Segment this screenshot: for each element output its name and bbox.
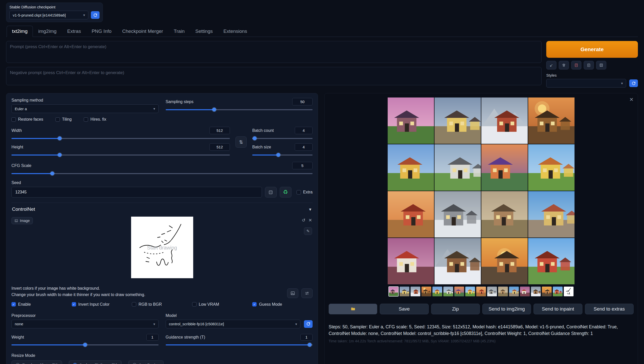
gallery-image-3[interactable] bbox=[481, 97, 528, 144]
gallery-thumbnail-15[interactable] bbox=[542, 286, 552, 297]
send-to-extras-button[interactable]: Send to extras bbox=[585, 304, 634, 314]
cn-enable-checkbox[interactable]: ✓Enable bbox=[11, 302, 72, 307]
controlnet-accordion-header[interactable]: ControlNet ▼ bbox=[11, 203, 313, 215]
gallery-image-11[interactable] bbox=[481, 191, 528, 237]
sampling-steps-slider[interactable] bbox=[166, 107, 313, 112]
batch-size-slider[interactable] bbox=[252, 153, 313, 157]
negative-prompt-input[interactable] bbox=[6, 67, 542, 85]
prompt-input[interactable] bbox=[6, 41, 542, 63]
tab-img2img[interactable]: img2img bbox=[33, 26, 62, 37]
tab-extensions[interactable]: Extensions bbox=[218, 26, 253, 37]
sampling-method-dropdown[interactable]: Euler a ▾ bbox=[11, 104, 159, 113]
gallery-thumbnail-4[interactable] bbox=[421, 286, 431, 297]
swap-dimensions-button[interactable]: ⇅ bbox=[235, 136, 247, 148]
refresh-styles-button[interactable] bbox=[629, 79, 638, 87]
gallery-image-5[interactable] bbox=[388, 144, 434, 191]
guidance-strength-slider[interactable] bbox=[166, 343, 313, 347]
gallery-thumbnail-12[interactable] bbox=[509, 286, 519, 297]
gallery-thumbnail-13[interactable] bbox=[520, 286, 530, 297]
gallery-thumbnail-3[interactable] bbox=[410, 286, 421, 297]
tab-extras[interactable]: Extras bbox=[62, 26, 86, 37]
refresh-checkpoint-button[interactable] bbox=[91, 11, 100, 19]
weight-slider[interactable] bbox=[11, 343, 159, 347]
refresh-models-button[interactable] bbox=[304, 320, 313, 328]
batch-count-input[interactable]: 4 bbox=[295, 127, 313, 134]
tab-png-info[interactable]: PNG Info bbox=[86, 26, 117, 37]
gallery-image-4[interactable] bbox=[528, 97, 575, 144]
zip-button[interactable]: Zip bbox=[431, 304, 480, 314]
gallery-image-9[interactable] bbox=[388, 191, 434, 237]
apply-style-button[interactable] bbox=[584, 61, 594, 69]
gallery-thumbnail-8[interactable] bbox=[465, 286, 475, 297]
adjust-settings-button[interactable] bbox=[301, 288, 313, 298]
restore-faces-checkbox[interactable]: Restore faces bbox=[11, 117, 43, 122]
checkpoint-dropdown[interactable]: v1-5-pruned.ckpt [e1441589a6] ▾ bbox=[9, 11, 88, 19]
height-slider[interactable] bbox=[11, 153, 230, 157]
save-button[interactable]: Save bbox=[380, 304, 428, 314]
preprocessor-dropdown[interactable]: none ▾ bbox=[11, 320, 159, 328]
cfg-scale-slider[interactable] bbox=[11, 171, 313, 176]
gallery-thumbnail-5[interactable] bbox=[432, 286, 442, 297]
undo-drawing-button[interactable]: ↺ bbox=[302, 218, 305, 223]
gallery-thumbnail-17[interactable] bbox=[564, 286, 574, 297]
batch-count-slider[interactable] bbox=[252, 136, 313, 141]
tiling-checkbox[interactable]: Tiling bbox=[55, 117, 72, 122]
styles-dropdown[interactable]: ▾ bbox=[546, 79, 626, 88]
open-folder-button[interactable] bbox=[329, 304, 377, 314]
scribble-canvas[interactable]: Start drawing bbox=[131, 217, 193, 278]
hires-fix-checkbox[interactable]: Hires. fix bbox=[84, 117, 106, 122]
tab-txt2img[interactable]: txt2img bbox=[7, 26, 33, 37]
close-gallery-button[interactable]: ✕ bbox=[629, 96, 634, 103]
gallery-thumbnail-10[interactable] bbox=[487, 286, 497, 297]
gallery-thumbnail-2[interactable] bbox=[399, 286, 410, 297]
gallery-thumbnail-14[interactable] bbox=[531, 286, 541, 297]
weight-input[interactable]: 1 bbox=[146, 334, 159, 341]
paste-params-button[interactable]: ↙ bbox=[546, 61, 556, 69]
gallery-image-7[interactable] bbox=[481, 144, 528, 191]
resize-option-just-resize[interactable]: Just Resize bbox=[128, 360, 164, 364]
cn-guess-mode-checkbox[interactable]: ✓Guess Mode bbox=[252, 302, 313, 307]
brush-tool-button[interactable]: ✎ bbox=[304, 227, 312, 235]
gallery-thumbnail-9[interactable] bbox=[476, 286, 486, 297]
gallery-image-6[interactable] bbox=[435, 144, 481, 191]
extra-seed-checkbox[interactable]: Extra bbox=[297, 190, 313, 194]
open-image-button[interactable] bbox=[287, 288, 298, 298]
gallery-thumbnail-11[interactable] bbox=[498, 286, 508, 297]
gallery-thumbnail-7[interactable] bbox=[454, 286, 464, 297]
gallery-image-13[interactable] bbox=[388, 238, 434, 284]
save-style-button[interactable] bbox=[596, 61, 606, 69]
send-to-inpaint-button[interactable]: Send to inpaint bbox=[534, 304, 582, 314]
clear-image-button[interactable]: ✕ bbox=[309, 218, 312, 223]
random-seed-button[interactable] bbox=[265, 187, 277, 198]
gallery-thumbnail-1[interactable] bbox=[388, 286, 399, 297]
tab-train[interactable]: Train bbox=[169, 26, 190, 37]
cn-low-vram-checkbox[interactable]: Low VRAM bbox=[192, 302, 253, 307]
controlnet-image-tab[interactable]: Image bbox=[11, 217, 33, 224]
sampling-steps-input[interactable]: 50 bbox=[292, 98, 313, 105]
gallery-image-2[interactable] bbox=[435, 97, 481, 144]
gallery-image-16[interactable] bbox=[528, 238, 575, 284]
gallery-thumbnail-6[interactable] bbox=[443, 286, 453, 297]
width-input[interactable]: 512 bbox=[209, 127, 230, 134]
clear-prompt-button[interactable] bbox=[559, 61, 569, 69]
tab-settings[interactable]: Settings bbox=[190, 26, 218, 37]
tab-checkpoint-merger[interactable]: Checkpoint Merger bbox=[117, 26, 169, 37]
cfg-scale-input[interactable]: 5 bbox=[292, 162, 313, 169]
resize-option-scale-to-fit-inner-fit[interactable]: Scale to Fit (Inner Fit) bbox=[69, 360, 122, 364]
gallery-image-15[interactable] bbox=[481, 238, 528, 284]
style-card-button[interactable] bbox=[571, 61, 581, 69]
gallery-image-12[interactable] bbox=[528, 191, 575, 237]
gallery-image-1[interactable] bbox=[388, 97, 434, 144]
controlnet-model-dropdown[interactable]: control_scribble-fp16 [c508311e] ▾ bbox=[166, 320, 301, 328]
send-to-img2img-button[interactable]: Send to img2img bbox=[482, 304, 531, 314]
cn-rgb-to-bgr-checkbox[interactable]: RGB to BGR bbox=[132, 302, 192, 307]
height-input[interactable]: 512 bbox=[209, 143, 230, 151]
cn-invert-input-color-checkbox[interactable]: ✓Invert Input Color bbox=[72, 302, 132, 307]
gallery-thumbnail-16[interactable] bbox=[553, 286, 563, 297]
batch-size-input[interactable]: 4 bbox=[295, 143, 313, 151]
width-slider[interactable] bbox=[11, 136, 230, 141]
gallery-image-14[interactable] bbox=[435, 238, 481, 284]
guidance-strength-input[interactable]: 1 bbox=[300, 334, 313, 341]
gallery-image-8[interactable] bbox=[528, 144, 575, 191]
gallery-image-10[interactable] bbox=[435, 191, 481, 237]
